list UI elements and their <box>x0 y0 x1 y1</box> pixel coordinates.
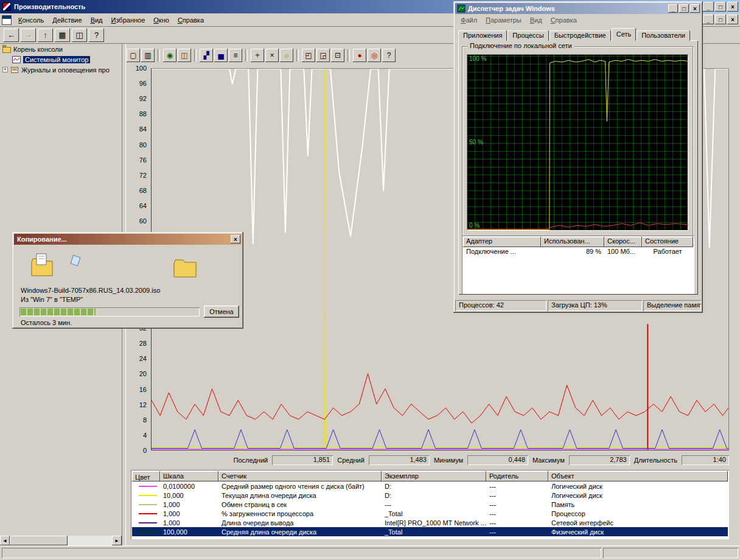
legend-row[interactable]: 100,000Средняя длина очереди диска_Total… <box>132 527 728 536</box>
back-button[interactable]: ← <box>4 29 19 42</box>
legend-cell: _Total <box>382 510 486 517</box>
legend-header-0[interactable]: Цвет <box>132 471 160 481</box>
scroll-thumb[interactable] <box>10 536 68 545</box>
view-report-button[interactable]: ≡ <box>229 49 242 62</box>
legend-cell: Процессор <box>548 510 728 517</box>
tree-item-system-monitor[interactable]: Системный монитор <box>0 54 122 65</box>
cancel-button[interactable]: Отмена <box>204 306 239 318</box>
tree-item-console-root[interactable]: Корень консоли <box>0 44 122 54</box>
stat-label-3: Максимум <box>532 457 565 464</box>
copy-dialog-title: Копирование... <box>17 236 67 243</box>
show-tree-button[interactable]: ▦ <box>55 29 70 42</box>
help-button[interactable]: ? <box>382 49 396 62</box>
minimize-button[interactable]: _ <box>668 4 678 13</box>
main-status-bar <box>0 545 740 560</box>
close-button[interactable]: × <box>690 4 700 13</box>
mmc-menu-действие[interactable]: Действие <box>48 15 86 26</box>
forward-button[interactable]: → <box>21 29 36 42</box>
maximize-button[interactable]: □ <box>679 4 689 13</box>
view-log-data-button[interactable]: ◫ <box>178 49 191 62</box>
close-button[interactable]: × <box>727 15 738 24</box>
scroll-right-button[interactable]: ► <box>112 536 122 545</box>
counter-legend: ЦветШкалаСчетчикЭкземплярРодительОбъект … <box>131 470 729 539</box>
tab-быстродействие[interactable]: Быстродействие <box>550 30 611 41</box>
mmc-menu-справка[interactable]: Справка <box>173 15 208 26</box>
legend-cell: D: <box>382 483 486 490</box>
tree-item-logs-alerts[interactable]: + Журналы и оповещения про <box>0 65 122 75</box>
legend-row[interactable]: 1,000% загруженности процессора_Total---… <box>132 509 728 518</box>
update-data-button[interactable]: ◎ <box>368 49 381 62</box>
mmc-menu-избранное[interactable]: Избранное <box>107 15 150 26</box>
close-button[interactable]: × <box>231 235 240 243</box>
task-manager-titlebar[interactable]: Диспетчер задач Windows _□× <box>455 3 701 14</box>
adapter-header-0[interactable]: Адаптер <box>463 237 541 247</box>
task-manager-title: Диспетчер задач Windows <box>468 5 555 12</box>
mmc-menu-вид[interactable]: Вид <box>86 15 107 26</box>
legend-header-3[interactable]: Экземпляр <box>382 471 486 481</box>
y-tick-label: 24 <box>126 355 147 362</box>
legend-row[interactable]: 10,000Текущая длина очереди дискаD:---Ло… <box>132 491 728 500</box>
adapter-list-row[interactable]: Подключение ...89 %100 Мб...Работает <box>463 247 693 256</box>
paste-counter-list-button[interactable]: ◲ <box>316 49 330 62</box>
maximize-button[interactable]: □ <box>715 15 726 24</box>
expander-plus-icon[interactable]: + <box>2 67 8 72</box>
stat-label-0: Последний <box>234 457 268 464</box>
new-counter-set-button[interactable]: ▢ <box>127 49 140 62</box>
tree-horizontal-scrollbar[interactable]: ◄ ► <box>0 536 122 545</box>
minimize-button[interactable]: _ <box>703 15 714 24</box>
status-panel-right <box>603 548 738 558</box>
view-current-activity-button[interactable]: ◉ <box>163 49 176 62</box>
delete-counter-button[interactable]: × <box>265 49 279 62</box>
maximize-button[interactable]: □ <box>715 2 726 12</box>
export-list-button[interactable]: ◫ <box>72 29 87 42</box>
adapter-header-1[interactable]: Использован... <box>541 237 604 247</box>
close-button[interactable]: × <box>727 2 738 12</box>
tm-menu-справка[interactable]: Справка <box>546 15 581 26</box>
mmc-menu-консоль[interactable]: Консоль <box>14 15 48 26</box>
legend-header-2[interactable]: Счетчик <box>218 471 382 481</box>
legend-cell: 100,000 <box>160 528 218 536</box>
tm-menu-файл[interactable]: Файл <box>456 15 481 26</box>
tree-item-label: Журналы и оповещения про <box>21 66 110 74</box>
adapter-header-2[interactable]: Скорос... <box>604 237 642 247</box>
add-counter-button[interactable]: + <box>251 49 264 62</box>
mmc-menu-окно[interactable]: Окно <box>149 15 173 26</box>
highlight-button[interactable]: ☼ <box>280 49 293 62</box>
legend-cell: --- <box>382 501 486 508</box>
minimize-button[interactable]: _ <box>703 2 714 12</box>
copy-properties-button[interactable]: ◰ <box>302 49 315 62</box>
network-utilization-graph: 100 % 50 % 0 % <box>467 54 688 231</box>
folder-icon <box>2 47 11 53</box>
legend-header-4[interactable]: Родитель <box>486 471 548 481</box>
help-button[interactable]: ? <box>89 29 104 42</box>
tab-пользователи[interactable]: Пользователи <box>637 30 690 41</box>
view-histogram-button[interactable]: ▅ <box>214 49 228 62</box>
copy-dialog-titlebar[interactable]: Копирование... × <box>14 234 242 245</box>
copy-progress-fill <box>21 309 96 315</box>
tm-menu-параметры[interactable]: Параметры <box>481 15 526 26</box>
properties-button[interactable]: ⊡ <box>331 49 344 62</box>
legend-header-1[interactable]: Шкала <box>160 471 218 481</box>
tab-процессы[interactable]: Процессы <box>508 30 548 41</box>
tab-сеть[interactable]: Сеть <box>612 28 636 41</box>
legend-header-5[interactable]: Объект <box>548 471 728 481</box>
legend-row[interactable]: 0,0100000Средний размер одного чтения с … <box>132 481 728 491</box>
view-chart-button[interactable]: ▞ <box>200 49 213 62</box>
up-one-level-button[interactable]: ↑ <box>38 29 53 42</box>
scroll-left-button[interactable]: ◄ <box>0 536 10 545</box>
scale-label-100: 100 % <box>469 55 486 62</box>
legend-header-row: ЦветШкалаСчетчикЭкземплярРодительОбъект <box>132 471 728 481</box>
legend-cell: Логический диск <box>548 483 728 490</box>
y-tick-label: 88 <box>126 110 147 117</box>
legend-row[interactable]: 1,000Длина очереди выводаIntel[R] PRO_10… <box>132 518 728 527</box>
tab-приложения[interactable]: Приложения <box>458 30 507 41</box>
legend-row[interactable]: 1,000Обмен страниц в сек------Память <box>132 500 728 509</box>
clear-display-button[interactable]: ▥ <box>141 49 155 62</box>
freeze-display-button[interactable]: ● <box>353 49 366 62</box>
adapter-header-3[interactable]: Состояние <box>642 237 693 247</box>
y-tick-label: 84 <box>126 125 147 133</box>
y-tick-label: 100 <box>126 65 147 72</box>
legend-cell: D: <box>382 492 486 499</box>
task-manager-menubar: ФайлПараметрыВидСправка <box>455 15 701 26</box>
tm-menu-вид[interactable]: Вид <box>526 15 546 26</box>
